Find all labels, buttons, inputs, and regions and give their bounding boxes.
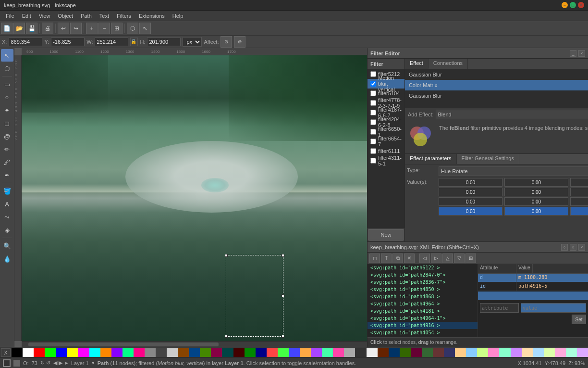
xml-indent[interactable]: ⊞	[466, 254, 476, 263]
w-input[interactable]	[95, 38, 128, 46]
palette-color-17[interactable]	[200, 348, 211, 357]
pencil-tool-button[interactable]: ✏	[1, 143, 13, 155]
palette-color-34[interactable]	[389, 348, 400, 357]
palette-color-9[interactable]	[111, 348, 122, 357]
matrix-cell-2-0[interactable]	[439, 197, 502, 206]
x-input[interactable]	[9, 38, 42, 46]
palette-color-8[interactable]	[100, 348, 111, 357]
text-tool-button[interactable]: A	[1, 198, 13, 210]
palette-color-12[interactable]	[145, 348, 156, 357]
xml-new-text[interactable]: T	[381, 254, 392, 263]
palette-color-32[interactable]	[367, 348, 378, 357]
dropper-tool-button[interactable]: 💧	[1, 253, 13, 265]
xml-editor-minimize[interactable]: ○	[561, 244, 568, 251]
palette-color-42[interactable]	[477, 348, 488, 357]
filter-checkbox-4[interactable]	[370, 110, 376, 115]
matrix-cell-2-1[interactable]	[504, 197, 568, 206]
palette-color-22[interactable]	[256, 348, 267, 357]
y-input[interactable]	[51, 38, 85, 46]
minimize-button[interactable]: −	[562, 2, 568, 8]
matrix-row-2[interactable]	[439, 197, 588, 206]
palette-color-19[interactable]	[222, 348, 233, 357]
palette-color-30[interactable]	[344, 348, 355, 357]
xml-set-button[interactable]: Set	[572, 315, 586, 324]
h-scrollbar[interactable]	[22, 341, 367, 347]
canvas-area[interactable]: 900 1000 1100 1200 1300 1400 1500 1600 1…	[14, 48, 367, 347]
xml-duplicate[interactable]: ⧉	[392, 254, 403, 263]
palette-color-25[interactable]	[289, 348, 300, 357]
palette-color-0[interactable]	[12, 348, 23, 357]
palette-color-18[interactable]	[211, 348, 222, 357]
xml-node-7[interactable]: <svg:path id="path4964-1">	[368, 315, 478, 322]
filter-general-tab[interactable]: Filter General Settings	[457, 154, 519, 164]
palette-color-38[interactable]	[433, 348, 444, 357]
menu-view[interactable]: View	[35, 12, 54, 20]
zoom-fit-button[interactable]: ⊞	[111, 23, 122, 34]
zoom-in-button[interactable]: +	[86, 23, 98, 34]
close-button[interactable]: ×	[578, 2, 584, 8]
node-tool-button[interactable]: ⬡	[1, 62, 13, 75]
matrix-cell-0-2[interactable]	[570, 178, 588, 187]
open-button[interactable]: 📂	[13, 23, 25, 34]
palette-color-29[interactable]	[333, 348, 344, 357]
no-color-button[interactable]: X	[1, 348, 11, 357]
matrix-row-0[interactable]	[439, 178, 588, 187]
palette-color-27[interactable]	[311, 348, 322, 357]
matrix-cell-0-0[interactable]	[439, 178, 502, 187]
palette-color-28[interactable]	[322, 348, 333, 357]
menu-path[interactable]: Path	[77, 12, 96, 20]
xml-node-1[interactable]: <svg:path id="path2847-0">	[368, 271, 478, 279]
filter-list[interactable]: filter5212Motion blur, verticalfilter510…	[368, 69, 404, 228]
palette-color-46[interactable]	[522, 348, 533, 357]
filter-checkbox-2[interactable]	[370, 90, 376, 96]
new-filter-button[interactable]: New	[368, 229, 404, 241]
xml-nav-up[interactable]: △	[442, 254, 453, 263]
menu-file[interactable]: File	[2, 12, 18, 20]
palette-color-21[interactable]	[245, 348, 256, 357]
matrix-cell-3-0[interactable]	[439, 207, 502, 216]
palette-color-36[interactable]	[411, 348, 422, 357]
palette-color-45[interactable]	[511, 348, 522, 357]
type-select[interactable]: Hue Rotate Matrix Saturate Luminance to …	[439, 166, 588, 176]
palette-color-44[interactable]	[499, 348, 510, 357]
menu-edit[interactable]: Edit	[18, 12, 35, 20]
menu-filters[interactable]: Filters	[113, 12, 135, 20]
canvas-content[interactable]	[22, 55, 367, 341]
palette-color-15[interactable]	[178, 348, 189, 357]
effect-params-tab[interactable]: Effect parameters	[405, 154, 457, 164]
filter-item-5[interactable]: filter4204-6-2-8	[368, 117, 404, 127]
palette-color-7[interactable]	[89, 348, 100, 357]
matrix-cell-1-2[interactable]	[570, 188, 588, 196]
matrix-cell-2-2[interactable]	[570, 197, 588, 206]
xml-nav-prev[interactable]: ◁	[419, 254, 430, 263]
select-tool-button[interactable]: ↖	[1, 49, 13, 62]
filter-checkbox-8[interactable]	[370, 148, 376, 154]
add-effect-select[interactable]: Blend Blur Color Matrix	[436, 110, 588, 119]
palette-color-37[interactable]	[422, 348, 433, 357]
palette-color-41[interactable]	[466, 348, 477, 357]
connector-tool-button[interactable]: ⤳	[1, 211, 13, 223]
filter-item-1[interactable]: Motion blur, vertical	[368, 79, 404, 89]
filter-checkbox-3[interactable]	[370, 100, 376, 106]
zoom-out-button[interactable]: −	[98, 23, 110, 34]
filter-checkbox-1[interactable]	[370, 81, 376, 87]
xml-attr-row-1[interactable]: idpath4916-5	[478, 282, 588, 291]
menu-text[interactable]: Text	[96, 12, 113, 20]
palette-color-2[interactable]	[34, 348, 45, 357]
spiral-tool-button[interactable]: @	[1, 130, 13, 142]
xml-nav-down[interactable]: ▽	[454, 254, 465, 263]
palette-color-20[interactable]	[233, 348, 245, 357]
menu-object[interactable]: Object	[54, 12, 77, 20]
print-button[interactable]: 🖨	[42, 23, 53, 34]
matrix-cell-1-0[interactable]	[439, 188, 502, 196]
xml-node-3[interactable]: <svg:path id="path4850">	[368, 286, 478, 293]
xml-attr-row-0[interactable]: dm 1100.280	[478, 274, 588, 282]
filter-checkbox-9[interactable]	[370, 158, 376, 164]
palette-color-39[interactable]	[444, 348, 455, 357]
matrix-cell-3-2[interactable]	[570, 207, 588, 216]
palette-color-16[interactable]	[189, 348, 200, 357]
palette-color-49[interactable]	[555, 348, 566, 357]
palette-color-13[interactable]	[156, 348, 167, 357]
palette-color-48[interactable]	[544, 348, 555, 357]
filter-item-3[interactable]: filter4778-2-3-7-1-9	[368, 98, 404, 108]
